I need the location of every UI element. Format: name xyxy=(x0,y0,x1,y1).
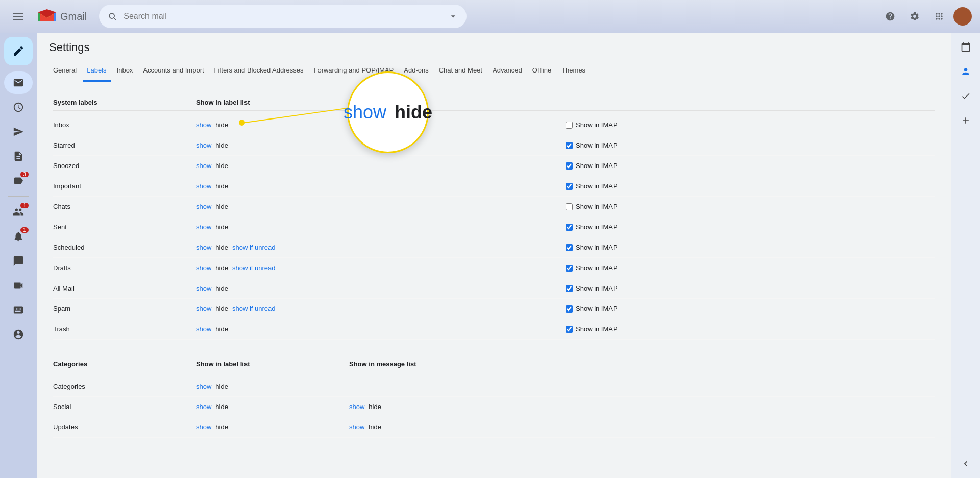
label-actions-sent: show hide xyxy=(196,223,566,231)
social-hide[interactable]: hide xyxy=(215,403,228,411)
spam-hide[interactable]: hide xyxy=(215,305,228,313)
trash-show[interactable]: show xyxy=(196,325,211,333)
search-input[interactable] xyxy=(124,12,442,21)
label-row-scheduled: Scheduled show hide show if unread Show … xyxy=(53,237,935,258)
tab-offline[interactable]: Offline xyxy=(528,60,555,82)
updates-msg-show[interactable]: show xyxy=(349,423,364,431)
zoom-hide-text: hide xyxy=(395,102,432,123)
trash-hide[interactable]: hide xyxy=(215,325,228,333)
system-labels-title: System labels xyxy=(53,99,196,106)
label-row-allmail: All Mail show hide Show in IMAP xyxy=(53,278,935,299)
scheduled-imap-checkbox[interactable] xyxy=(566,244,573,251)
tab-general[interactable]: General xyxy=(49,60,81,82)
tab-accounts[interactable]: Accounts and Import xyxy=(139,60,208,82)
scheduled-show-if-unread[interactable]: show if unread xyxy=(232,244,276,251)
spam-imap-checkbox[interactable] xyxy=(566,305,573,313)
social-msg-hide[interactable]: hide xyxy=(369,403,381,411)
cat-label-col: Show in label list xyxy=(196,360,349,368)
drafts-hide[interactable]: hide xyxy=(215,264,228,272)
chats-show[interactable]: show xyxy=(196,203,211,210)
sent-show[interactable]: show xyxy=(196,223,211,231)
apps-button[interactable] xyxy=(929,6,949,27)
spam-show[interactable]: show xyxy=(196,305,211,313)
important-hide[interactable]: hide xyxy=(215,182,228,190)
sidebar-item-keyboard[interactable] xyxy=(4,299,33,321)
right-contacts-icon[interactable] xyxy=(955,61,976,82)
label-actions-drafts: show hide show if unread xyxy=(196,264,566,272)
compose-button[interactable] xyxy=(4,37,33,65)
label-row-chats: Chats show hide Show in IMAP xyxy=(53,197,935,217)
tab-inbox[interactable]: Inbox xyxy=(113,60,137,82)
updates-hide[interactable]: hide xyxy=(215,423,228,431)
tab-advanced[interactable]: Advanced xyxy=(488,60,526,82)
right-tasks-icon[interactable] xyxy=(955,86,976,106)
snoozed-imap-checkbox[interactable] xyxy=(566,162,573,170)
allmail-show[interactable]: show xyxy=(196,284,211,292)
help-button[interactable] xyxy=(880,6,900,27)
chats-hide[interactable]: hide xyxy=(215,203,228,210)
tab-labels[interactable]: Labels xyxy=(83,60,110,82)
sent-hide[interactable]: hide xyxy=(215,223,228,231)
label-row-sent: Sent show hide Show in IMAP xyxy=(53,217,935,237)
app-name: Gmail xyxy=(60,11,87,22)
categories-show[interactable]: show xyxy=(196,383,211,390)
important-show[interactable]: show xyxy=(196,182,211,190)
tab-themes[interactable]: Themes xyxy=(557,60,590,82)
imap-col-header xyxy=(566,99,935,106)
hamburger-menu[interactable] xyxy=(8,6,29,27)
categories-hide[interactable]: hide xyxy=(215,383,228,390)
starred-show[interactable]: show xyxy=(196,141,211,149)
allmail-imap-checkbox[interactable] xyxy=(566,285,573,292)
settings-button[interactable] xyxy=(904,6,925,27)
sent-imap: Show in IMAP xyxy=(566,223,935,231)
drafts-show[interactable]: show xyxy=(196,264,211,272)
scheduled-show[interactable]: show xyxy=(196,244,211,251)
drafts-imap-label: Show in IMAP xyxy=(576,264,618,272)
important-imap-checkbox[interactable] xyxy=(566,183,573,190)
sidebar-item-chat[interactable] xyxy=(4,250,33,272)
label-actions-allmail: show hide xyxy=(196,284,566,292)
updates-msg-hide[interactable]: hide xyxy=(369,423,381,431)
allmail-hide[interactable]: hide xyxy=(215,284,228,292)
snoozed-hide[interactable]: hide xyxy=(215,162,228,170)
tab-chat[interactable]: Chat and Meet xyxy=(435,60,486,82)
social-msg-show[interactable]: show xyxy=(349,403,364,411)
topbar-right xyxy=(880,6,972,27)
sent-imap-checkbox[interactable] xyxy=(566,224,573,231)
updates-show[interactable]: show xyxy=(196,423,211,431)
sidebar-item-meet[interactable]: 1 xyxy=(4,225,33,248)
drafts-imap-checkbox[interactable] xyxy=(566,265,573,272)
right-calendar-icon[interactable] xyxy=(955,37,976,57)
inbox-imap-checkbox[interactable] xyxy=(566,122,573,129)
sidebar-item-video[interactable] xyxy=(4,274,33,297)
label-row-spam: Spam show hide show if unread Show in IM… xyxy=(53,299,935,319)
sidebar-item-drafts[interactable] xyxy=(4,145,33,168)
snoozed-show[interactable]: show xyxy=(196,162,211,170)
spam-show-if-unread[interactable]: show if unread xyxy=(232,305,276,313)
starred-hide[interactable]: hide xyxy=(215,141,228,149)
right-add-icon[interactable] xyxy=(955,110,976,131)
sidebar-item-mail[interactable] xyxy=(4,71,33,94)
trash-imap-checkbox[interactable] xyxy=(566,326,573,333)
right-expand-icon[interactable] xyxy=(955,453,976,474)
inbox-hide[interactable]: hide xyxy=(215,121,228,129)
starred-imap-label: Show in IMAP xyxy=(576,141,618,149)
user-avatar[interactable] xyxy=(953,7,972,26)
social-show[interactable]: show xyxy=(196,403,211,411)
svg-rect-0 xyxy=(13,13,23,14)
sidebar-item-user-circle[interactable] xyxy=(4,323,33,346)
drafts-show-if-unread[interactable]: show if unread xyxy=(232,264,276,272)
search-bar[interactable] xyxy=(99,5,467,28)
sidebar-item-labels[interactable]: 3 xyxy=(4,170,33,192)
allmail-imap-label: Show in IMAP xyxy=(576,284,618,292)
inbox-show[interactable]: show xyxy=(196,121,211,129)
sidebar-item-sent[interactable] xyxy=(4,121,33,143)
scheduled-hide[interactable]: hide xyxy=(215,244,228,251)
search-dropdown-icon[interactable] xyxy=(448,11,458,21)
tab-filters[interactable]: Filters and Blocked Addresses xyxy=(210,60,308,82)
starred-imap-checkbox[interactable] xyxy=(566,142,573,149)
sidebar-item-contacts[interactable]: 1 xyxy=(4,201,33,223)
sidebar-item-snoozed[interactable] xyxy=(4,96,33,118)
chats-imap-checkbox[interactable] xyxy=(566,203,573,210)
snoozed-imap: Show in IMAP xyxy=(566,162,935,170)
